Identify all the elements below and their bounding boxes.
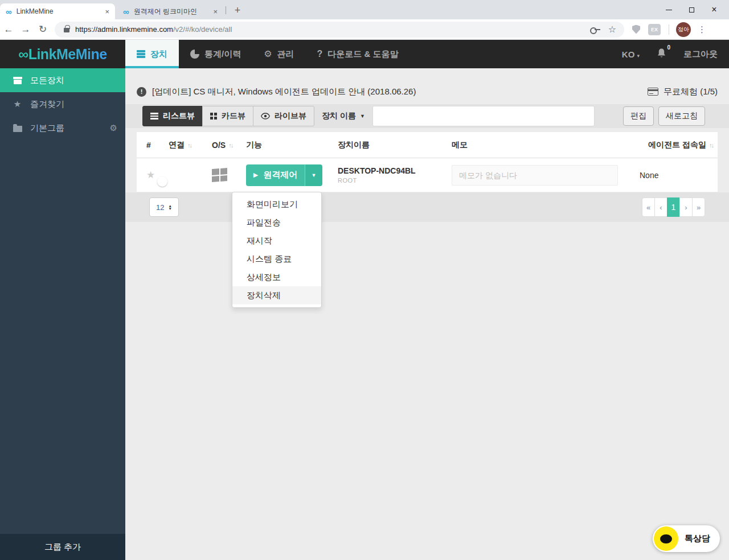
card-view-button[interactable]: 카드뷰 <box>202 106 253 126</box>
list-view-button[interactable]: 리스트뷰 <box>142 106 203 126</box>
minimize-icon <box>666 10 672 10</box>
new-tab-button[interactable]: + <box>230 3 245 18</box>
pagination-prev[interactable]: ‹ <box>654 197 667 217</box>
eye-icon <box>261 113 270 120</box>
pie-chart-icon <box>190 50 199 59</box>
key-icon[interactable] <box>590 27 600 32</box>
favorite-cell: ★ <box>137 169 159 181</box>
browser-menu-icon[interactable]: ⋮ <box>698 24 706 35</box>
nav-tab-statistics[interactable]: 통계/이력 <box>179 40 252 68</box>
memo-input[interactable] <box>452 165 618 186</box>
search-filter-dropdown[interactable]: 장치 이름 ▼ <box>314 111 372 121</box>
kakao-chat-button[interactable]: 톡상담 <box>653 525 720 552</box>
edit-button[interactable]: 편집 <box>623 106 654 126</box>
question-icon: ? <box>317 49 323 59</box>
header-os[interactable]: O/S↑↓ <box>205 141 239 150</box>
close-icon: × <box>711 5 716 14</box>
pagination-last[interactable]: » <box>692 197 705 217</box>
shield-extension-icon[interactable] <box>632 25 640 34</box>
menu-item-screen-preview[interactable]: 화면미리보기 <box>232 195 321 213</box>
trial-status[interactable]: 무료체험 (1/5) <box>648 87 718 97</box>
header-index: # <box>137 141 159 150</box>
announcement-bar: ! [업데이트] CS 매니저, Windows 에이전트 업데이트 안내 (2… <box>137 80 718 104</box>
nav-tab-management[interactable]: ⚙ 관리 <box>252 40 305 68</box>
logo-text: LinkMeMine <box>28 46 107 62</box>
extension-badge[interactable]: EX <box>648 24 661 35</box>
logout-button[interactable]: 로그아웃 <box>683 49 718 60</box>
language-dropdown[interactable]: KO ▾ <box>622 50 640 59</box>
bell-icon <box>657 48 666 59</box>
live-view-button[interactable]: 라이브뷰 <box>253 106 314 126</box>
lock-icon <box>64 28 69 32</box>
memo-cell <box>445 165 626 186</box>
favicon-infinity-icon: ∞ <box>123 7 129 16</box>
menu-item-shutdown[interactable]: 시스템 종료 <box>232 250 321 268</box>
header-device-name: 장치이름 <box>331 140 445 150</box>
group-settings-gear-icon[interactable]: ⚙ <box>110 123 117 133</box>
nav-tab-label: 장치 <box>150 49 167 60</box>
bookmark-star-icon[interactable]: ☆ <box>608 24 616 35</box>
close-button[interactable]: × <box>703 0 726 19</box>
refresh-list-button[interactable]: 새로고침 <box>658 106 705 126</box>
trial-label: 무료체험 (1/5) <box>664 87 718 97</box>
header-function: 기능 <box>239 140 331 150</box>
sidebar-item-all-devices[interactable]: 모든장치 <box>0 68 125 92</box>
refresh-button[interactable]: ↻ <box>34 23 51 35</box>
chevron-down-icon: ▾ <box>637 53 640 59</box>
sort-icon[interactable]: ↑↓ <box>228 142 232 149</box>
menu-item-details[interactable]: 상세정보 <box>232 268 321 286</box>
profile-avatar[interactable]: 정아 <box>676 22 691 37</box>
pagination-page-1[interactable]: 1 <box>667 197 680 217</box>
header-label: O/S <box>212 141 226 150</box>
announcement-link[interactable]: ! [업데이트] CS 매니저, Windows 에이전트 업데이트 안내 (2… <box>137 87 416 97</box>
browser-url-bar: ← → ↻ https://admin.linkmemine.com /v2/#… <box>0 19 729 40</box>
address-bar[interactable]: https://admin.linkmemine.com /v2/#/ko/de… <box>55 22 624 38</box>
browser-tab-active[interactable]: ∞ LinkMeMine × <box>0 3 115 19</box>
chevron-down-icon: ▼ <box>312 172 317 178</box>
tab-close-icon[interactable]: × <box>213 7 218 16</box>
back-button[interactable]: ← <box>0 24 17 35</box>
nav-tab-download-help[interactable]: ? 다운로드 & 도움말 <box>306 40 410 68</box>
page-size-selector[interactable]: 12 ▲▼ <box>149 197 179 217</box>
sidebar-item-default-group[interactable]: 기본그룹 ⚙ <box>0 116 125 140</box>
sort-icon[interactable]: ↑↓ <box>187 142 191 149</box>
minimize-button[interactable] <box>657 0 680 19</box>
remote-control-button[interactable]: ▶ 원격제어 <box>246 164 305 186</box>
pagination-next[interactable]: › <box>679 197 693 217</box>
sidebar-item-label: 즐겨찾기 <box>30 99 64 110</box>
favorite-star-icon[interactable]: ★ <box>146 170 155 180</box>
logo-infinity-icon: ∞ <box>18 46 28 62</box>
menu-item-delete-device[interactable]: 장치삭제 <box>232 286 321 304</box>
nav-tab-label: 관리 <box>277 49 294 60</box>
search-input[interactable] <box>372 106 595 126</box>
sort-icon[interactable]: ↑↓ <box>709 142 713 149</box>
table-header-row: # 연결↑↓ O/S↑↓ 기능 장치이름 메모 에이전트 접속일↑↓ <box>137 132 718 158</box>
gear-icon: ⚙ <box>264 50 272 59</box>
browser-tab-inactive[interactable]: ∞ 원격제어 링크미마인 × <box>117 3 223 19</box>
app-top-nav: ∞LinkMeMine 장치 통계/이력 ⚙ 관리 ? 다운로드 & 도움말 K… <box>0 40 729 68</box>
divider <box>669 24 669 35</box>
play-icon: ▶ <box>253 171 258 179</box>
nav-tab-device[interactable]: 장치 <box>125 40 179 68</box>
notification-bell[interactable]: 0 <box>657 48 666 60</box>
logo-box[interactable]: ∞LinkMeMine <box>0 40 125 68</box>
forward-button[interactable]: → <box>17 24 34 35</box>
language-label: KO <box>622 50 635 59</box>
menu-item-file-transfer[interactable]: 파일전송 <box>232 213 321 232</box>
os-cell <box>205 168 239 182</box>
header-agent-date[interactable]: 에이전트 접속일↑↓ <box>626 140 718 150</box>
device-name-cell: DESKTOP-NDC94BL ROOT <box>331 166 445 184</box>
menu-item-restart[interactable]: 재시작 <box>232 232 321 250</box>
remote-control-menu-button[interactable]: ▼ <box>305 164 322 186</box>
add-group-button[interactable]: 그룹 추가 <box>0 534 125 560</box>
window-controls: × <box>657 0 726 19</box>
pagination-first[interactable]: « <box>642 197 655 217</box>
restore-button[interactable] <box>680 0 703 19</box>
sidebar-item-favorites[interactable]: ★ 즐겨찾기 <box>0 92 125 116</box>
tab-close-icon[interactable]: × <box>105 7 109 16</box>
nav-right: KO ▾ 0 로그아웃 <box>622 40 729 68</box>
header-label: 연결 <box>169 140 185 150</box>
pagination: « ‹ 1 › » <box>642 197 705 217</box>
card-icon <box>648 88 658 96</box>
header-connection[interactable]: 연결↑↓ <box>159 140 205 150</box>
